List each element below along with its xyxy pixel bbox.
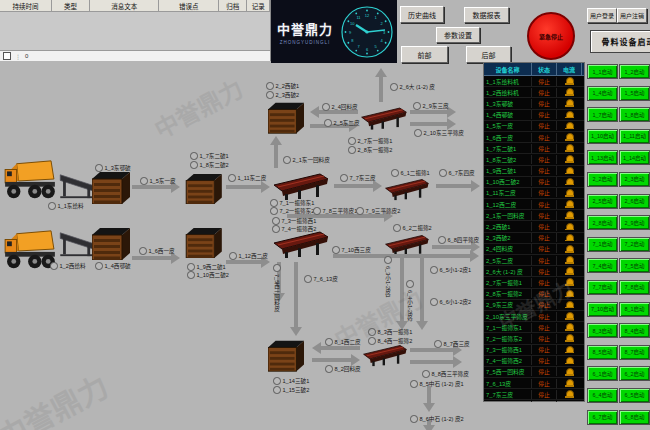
- device-row[interactable]: 1_1东给料机停止: [484, 76, 584, 87]
- info-dot-icon[interactable]: [273, 386, 281, 394]
- start-button[interactable]: 7_10启动: [587, 302, 618, 317]
- info-dot-icon[interactable]: [266, 82, 274, 90]
- info-dot-icon[interactable]: [434, 340, 442, 348]
- info-dot-icon[interactable]: [139, 247, 147, 255]
- info-dot-icon[interactable]: [304, 275, 312, 283]
- device-row[interactable]: 1_11东二皮停止: [484, 188, 584, 199]
- device-row[interactable]: 2_2西破1停止: [484, 221, 584, 232]
- device-row[interactable]: 2_10东三平筛皮停止: [484, 311, 584, 322]
- device-row[interactable]: 1_2西给料机停止: [484, 87, 584, 98]
- start-button[interactable]: 1_14启动: [619, 150, 650, 165]
- device-row[interactable]: 2_8东一振筛2停止: [484, 289, 584, 300]
- info-dot-icon[interactable]: [391, 169, 399, 177]
- user-logout-button[interactable]: 用户注销: [617, 8, 647, 23]
- info-dot-icon[interactable]: [325, 365, 333, 373]
- user-login-button[interactable]: 用户登录: [587, 8, 617, 23]
- start-button[interactable]: 2_9启动: [619, 215, 650, 230]
- info-dot-icon[interactable]: [190, 152, 198, 160]
- info-dot-icon[interactable]: [368, 337, 376, 345]
- start-button[interactable]: 1_8启动: [619, 107, 650, 122]
- info-dot-icon[interactable]: [439, 169, 447, 177]
- info-dot-icon[interactable]: [324, 119, 332, 127]
- device-row[interactable]: 1_8东二破2停止: [484, 154, 584, 165]
- aggregate-start-button[interactable]: 骨料设备启动: [590, 30, 650, 53]
- info-dot-icon[interactable]: [413, 102, 421, 110]
- start-button[interactable]: 2_5启动: [587, 194, 618, 209]
- start-button[interactable]: 6_8启动: [619, 410, 650, 425]
- start-button[interactable]: 1_5启动: [619, 86, 650, 101]
- info-dot-icon[interactable]: [272, 217, 280, 225]
- start-button[interactable]: 6_1启动: [587, 366, 618, 381]
- info-dot-icon[interactable]: [393, 224, 401, 232]
- start-button[interactable]: 7_2启动: [619, 237, 650, 252]
- info-dot-icon[interactable]: [348, 146, 356, 154]
- info-dot-icon[interactable]: [430, 266, 438, 274]
- device-row[interactable]: 1_5东一皮停止: [484, 121, 584, 132]
- device-row[interactable]: 1_12西二皮停止: [484, 199, 584, 210]
- screen-8-screen-icon[interactable]: [362, 342, 408, 368]
- start-button[interactable]: 2_2启动: [587, 172, 618, 187]
- start-button[interactable]: 8_1启动: [619, 302, 650, 317]
- start-button[interactable]: 8_7启动: [619, 345, 650, 360]
- secondary-crusher-east-crusher-icon[interactable]: [185, 174, 223, 204]
- info-dot-icon[interactable]: [270, 207, 278, 215]
- info-dot-icon[interactable]: [266, 91, 274, 99]
- info-dot-icon[interactable]: [414, 129, 422, 137]
- device-row[interactable]: 7_8三平筛皮1停止: [484, 400, 584, 402]
- device-row[interactable]: 1_6西一皮停止: [484, 132, 584, 143]
- info-dot-icon[interactable]: [190, 161, 198, 169]
- start-button[interactable]: 2_3启动: [619, 172, 650, 187]
- jaw-crusher-west-crusher-icon[interactable]: [92, 228, 130, 260]
- start-button[interactable]: 1_7启动: [587, 107, 618, 122]
- info-dot-icon[interactable]: [95, 164, 103, 172]
- info-dot-icon[interactable]: [283, 156, 291, 164]
- start-button[interactable]: 2_8启动: [587, 215, 618, 230]
- info-dot-icon[interactable]: [410, 380, 418, 388]
- device-row[interactable]: 7_5西一回料皮停止: [484, 367, 584, 378]
- info-dot-icon[interactable]: [95, 262, 103, 270]
- screen-east-1-screen-icon[interactable]: [272, 172, 330, 200]
- device-row[interactable]: 2_9东三皮停止: [484, 300, 584, 311]
- screen-2-screen-icon[interactable]: [360, 104, 408, 132]
- start-button[interactable]: 6_7启动: [587, 410, 618, 425]
- screen-west-1-screen-icon[interactable]: [272, 230, 330, 258]
- start-button[interactable]: 7_8启动: [619, 280, 650, 295]
- device-row[interactable]: 7_2一振筛东2停止: [484, 333, 584, 344]
- front-section-button[interactable]: 前部: [401, 46, 448, 63]
- device-row[interactable]: 7_4一振筛西2停止: [484, 356, 584, 367]
- info-dot-icon[interactable]: [228, 174, 236, 182]
- device-row[interactable]: 7_6_13皮停止: [484, 378, 584, 389]
- emergency-stop-button[interactable]: 紧急停止: [527, 12, 575, 60]
- info-dot-icon[interactable]: [390, 83, 398, 91]
- crusher-3-crusher-icon[interactable]: [268, 340, 304, 372]
- screen-6-upper-screen-icon[interactable]: [384, 176, 430, 202]
- info-dot-icon[interactable]: [438, 236, 446, 244]
- info-dot-icon[interactable]: [356, 207, 364, 215]
- info-dot-icon[interactable]: [325, 338, 333, 346]
- info-dot-icon[interactable]: [406, 280, 414, 288]
- info-dot-icon[interactable]: [187, 263, 195, 271]
- start-button[interactable]: 8_3启动: [587, 323, 618, 338]
- info-dot-icon[interactable]: [272, 225, 280, 233]
- secondary-crusher-west-crusher-icon[interactable]: [185, 228, 223, 258]
- start-button[interactable]: 7_7启动: [587, 280, 618, 295]
- device-row[interactable]: 7_1一振筛东1停止: [484, 322, 584, 333]
- start-button[interactable]: 1_13启动: [587, 150, 618, 165]
- device-row[interactable]: 2_4回料皮停止: [484, 244, 584, 255]
- start-button[interactable]: 1_10启动: [587, 129, 618, 144]
- start-button[interactable]: 7_4启动: [587, 258, 618, 273]
- info-dot-icon[interactable]: [422, 370, 430, 378]
- info-dot-icon[interactable]: [187, 271, 195, 279]
- alarm-table-body[interactable]: [0, 12, 270, 51]
- start-button[interactable]: 2_6启动: [619, 194, 650, 209]
- device-row[interactable]: 2_6大 (1-2) 皮停止: [484, 266, 584, 277]
- info-dot-icon[interactable]: [430, 298, 438, 306]
- dump-truck-west-truck-icon[interactable]: [3, 228, 57, 272]
- start-button[interactable]: 1_11启动: [619, 129, 650, 144]
- info-dot-icon[interactable]: [313, 207, 321, 215]
- rear-section-button[interactable]: 后部: [466, 46, 511, 63]
- device-row[interactable]: 7_7东三皮停止: [484, 389, 584, 400]
- info-dot-icon[interactable]: [410, 415, 418, 423]
- start-button[interactable]: 7_1启动: [587, 237, 618, 252]
- info-dot-icon[interactable]: [48, 202, 56, 210]
